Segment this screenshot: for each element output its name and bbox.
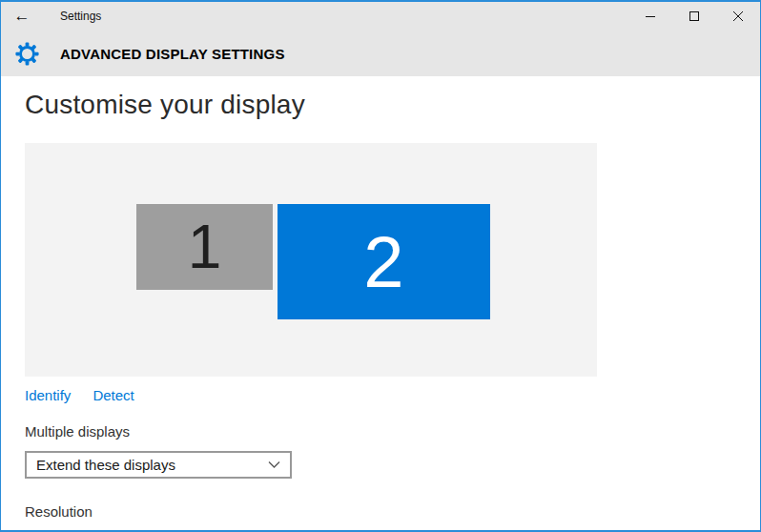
title-bar: ← Settings — [1, 2, 760, 31]
window-controls — [628, 2, 760, 31]
detect-link[interactable]: Detect — [93, 387, 134, 403]
multiple-displays-label: Multiple displays — [25, 423, 130, 440]
identify-link[interactable]: Identify — [25, 387, 71, 403]
dropdown-selected-value: Extend these displays — [36, 457, 175, 473]
display-preview: 1 2 — [25, 143, 597, 377]
page-header: ADVANCED DISPLAY SETTINGS — [1, 31, 760, 76]
minimize-icon — [645, 10, 656, 22]
content-area: Customise your display 1 2 Identify Dete… — [1, 76, 760, 530]
monitor-2-number: 2 — [363, 226, 403, 298]
preview-actions: Identify Detect — [25, 387, 134, 403]
window-title: Settings — [60, 10, 628, 23]
chevron-down-icon — [268, 460, 280, 469]
monitor-1[interactable]: 1 — [136, 204, 273, 290]
section-heading: Customise your display — [25, 90, 305, 120]
maximize-button[interactable] — [672, 2, 716, 31]
multiple-displays-dropdown[interactable]: Extend these displays — [25, 451, 292, 479]
back-arrow-icon: ← — [14, 7, 31, 26]
settings-window: ← Settings — [0, 0, 761, 532]
maximize-icon — [689, 10, 700, 22]
close-button[interactable] — [716, 2, 760, 31]
page-title: ADVANCED DISPLAY SETTINGS — [60, 46, 285, 62]
gear-icon — [14, 41, 39, 66]
close-icon — [732, 10, 744, 22]
resolution-label: Resolution — [25, 503, 93, 520]
monitor-2[interactable]: 2 — [278, 204, 490, 319]
minimize-button[interactable] — [628, 2, 672, 31]
monitor-1-number: 1 — [188, 216, 222, 277]
back-button[interactable]: ← — [1, 2, 43, 31]
